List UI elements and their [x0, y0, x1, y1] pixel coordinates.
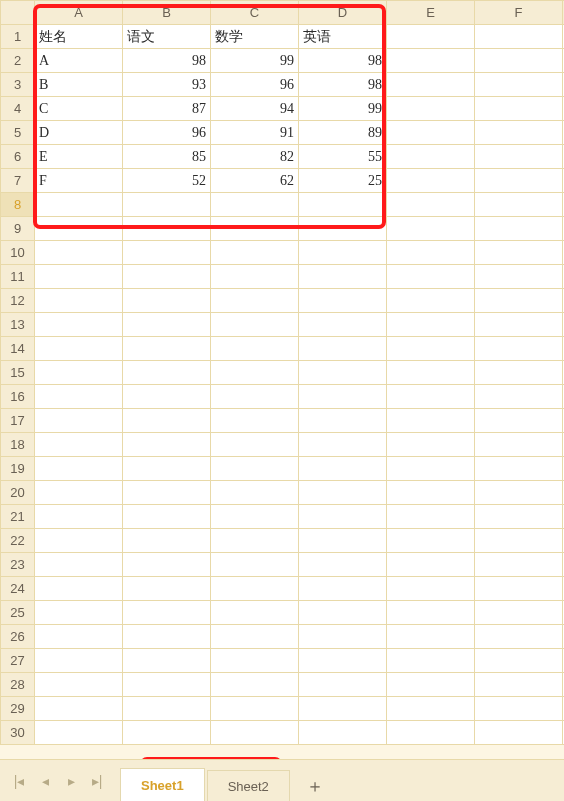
cell[interactable] — [475, 49, 563, 73]
cell[interactable] — [475, 505, 563, 529]
cell[interactable] — [387, 217, 475, 241]
cell[interactable] — [123, 265, 211, 289]
row-header[interactable]: 26 — [1, 625, 35, 649]
cell[interactable] — [475, 265, 563, 289]
cell[interactable] — [211, 385, 299, 409]
cell[interactable] — [299, 625, 387, 649]
cell-A5[interactable]: D — [35, 121, 123, 145]
cell-A2[interactable]: A — [35, 49, 123, 73]
row-header[interactable]: 20 — [1, 481, 35, 505]
cell[interactable] — [475, 481, 563, 505]
col-header-C[interactable]: C — [211, 1, 299, 25]
cell[interactable] — [475, 361, 563, 385]
cell[interactable] — [299, 577, 387, 601]
cell[interactable] — [123, 481, 211, 505]
row-header-active[interactable]: 8 — [1, 193, 35, 217]
cell[interactable] — [123, 241, 211, 265]
cell[interactable] — [387, 361, 475, 385]
cell[interactable] — [475, 385, 563, 409]
cell[interactable] — [123, 217, 211, 241]
cell[interactable] — [211, 601, 299, 625]
cell[interactable] — [211, 337, 299, 361]
nav-last-icon[interactable]: ▸| — [86, 770, 108, 792]
cell[interactable] — [211, 265, 299, 289]
cell[interactable] — [475, 409, 563, 433]
cell[interactable] — [387, 481, 475, 505]
cell[interactable] — [299, 337, 387, 361]
cell[interactable] — [211, 577, 299, 601]
cell[interactable] — [387, 505, 475, 529]
row-header[interactable]: 3 — [1, 73, 35, 97]
cell[interactable] — [35, 601, 123, 625]
cell[interactable] — [123, 193, 211, 217]
col-header-A[interactable]: A — [35, 1, 123, 25]
cell[interactable] — [387, 721, 475, 745]
cell-D5[interactable]: 89 — [299, 121, 387, 145]
cell[interactable] — [123, 673, 211, 697]
cell[interactable] — [123, 313, 211, 337]
cell[interactable] — [211, 673, 299, 697]
cell[interactable] — [387, 553, 475, 577]
cell[interactable] — [211, 721, 299, 745]
cell[interactable] — [123, 337, 211, 361]
row-header[interactable]: 14 — [1, 337, 35, 361]
row-header[interactable]: 13 — [1, 313, 35, 337]
cell-B7[interactable]: 52 — [123, 169, 211, 193]
cell[interactable] — [35, 433, 123, 457]
cell[interactable] — [211, 553, 299, 577]
cell[interactable] — [299, 289, 387, 313]
sheet-tab-sheet2[interactable]: Sheet2 — [207, 770, 290, 801]
cell-A3[interactable]: B — [35, 73, 123, 97]
cell[interactable] — [387, 457, 475, 481]
sheet-tab-sheet1[interactable]: Sheet1 — [120, 768, 205, 801]
cell[interactable] — [475, 457, 563, 481]
cell-B5[interactable]: 96 — [123, 121, 211, 145]
row-header[interactable]: 9 — [1, 217, 35, 241]
cell-B6[interactable]: 85 — [123, 145, 211, 169]
add-sheet-button[interactable]: ＋ — [292, 771, 338, 801]
cell[interactable] — [387, 409, 475, 433]
cell[interactable] — [475, 553, 563, 577]
cell[interactable] — [123, 553, 211, 577]
row-header[interactable]: 2 — [1, 49, 35, 73]
cell[interactable] — [123, 721, 211, 745]
row-header[interactable]: 30 — [1, 721, 35, 745]
cell[interactable] — [211, 289, 299, 313]
cell[interactable] — [475, 313, 563, 337]
cell[interactable] — [211, 481, 299, 505]
cell[interactable] — [299, 217, 387, 241]
row-header[interactable]: 15 — [1, 361, 35, 385]
nav-first-icon[interactable]: |◂ — [8, 770, 30, 792]
cell[interactable] — [123, 409, 211, 433]
cell[interactable] — [123, 385, 211, 409]
row-header[interactable]: 23 — [1, 553, 35, 577]
cell-B2[interactable]: 98 — [123, 49, 211, 73]
row-header[interactable]: 5 — [1, 121, 35, 145]
nav-prev-icon[interactable]: ◂ — [34, 770, 56, 792]
col-header-E[interactable]: E — [387, 1, 475, 25]
cell[interactable] — [387, 529, 475, 553]
cell-C4[interactable]: 94 — [211, 97, 299, 121]
cell[interactable] — [211, 505, 299, 529]
cell[interactable] — [299, 505, 387, 529]
row-header[interactable]: 21 — [1, 505, 35, 529]
cell[interactable] — [387, 385, 475, 409]
cell[interactable] — [387, 313, 475, 337]
cell[interactable] — [211, 217, 299, 241]
cell[interactable] — [387, 145, 475, 169]
cell[interactable] — [387, 193, 475, 217]
cell[interactable] — [35, 241, 123, 265]
cell[interactable] — [299, 481, 387, 505]
cell[interactable] — [35, 313, 123, 337]
cell-C1[interactable]: 数学 — [211, 25, 299, 49]
cell[interactable] — [387, 169, 475, 193]
row-header[interactable]: 29 — [1, 697, 35, 721]
cell[interactable] — [387, 289, 475, 313]
cell[interactable] — [299, 457, 387, 481]
cell-C2[interactable]: 99 — [211, 49, 299, 73]
cell[interactable] — [211, 409, 299, 433]
row-header[interactable]: 24 — [1, 577, 35, 601]
cell[interactable] — [387, 265, 475, 289]
cell[interactable] — [299, 433, 387, 457]
cell-D6[interactable]: 55 — [299, 145, 387, 169]
